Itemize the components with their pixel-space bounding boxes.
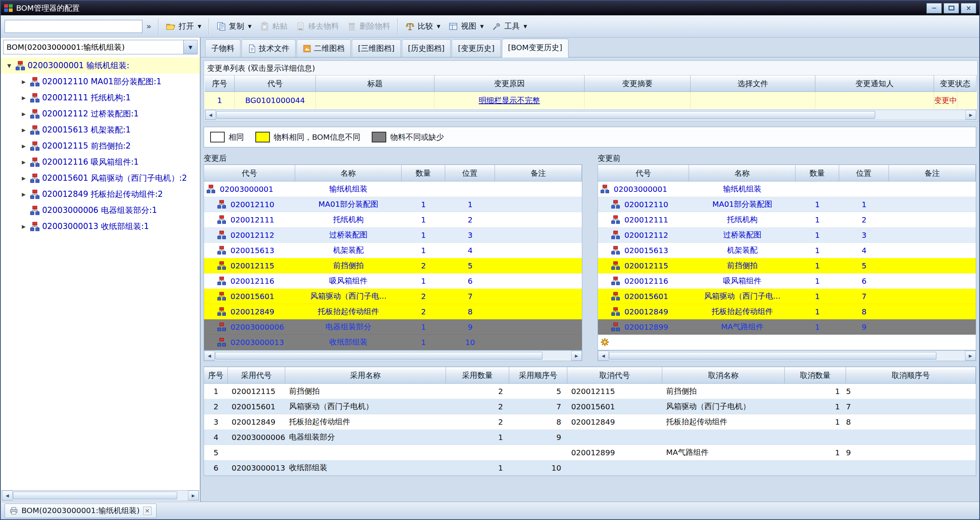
after-table-scrollbar[interactable]: ◀▶ xyxy=(204,350,582,361)
scrollbar-track[interactable] xyxy=(215,351,571,361)
bom-compare-row[interactable]: 02003000001输纸机组装 xyxy=(598,182,976,197)
column-header[interactable]: 代号 xyxy=(204,165,295,182)
column-header[interactable]: 备注 xyxy=(889,165,976,182)
toolbar-overflow-icon[interactable]: » xyxy=(146,21,151,31)
column-header[interactable]: 代号 xyxy=(598,165,689,182)
tree-item[interactable]: ▶020015613 机架装配:1 xyxy=(1,122,200,138)
column-header[interactable]: 代号 xyxy=(235,75,316,92)
column-header[interactable]: 采用名称 xyxy=(285,367,446,384)
column-header[interactable]: 取消数量 xyxy=(785,367,846,384)
detail-row[interactable]: 402003000006电器组装部分19 xyxy=(204,430,976,445)
scrollbar-thumb[interactable] xyxy=(609,352,936,360)
tree-item[interactable]: ▶020012116 吸风箱组件:1 xyxy=(1,154,200,170)
bom-compare-row[interactable]: 020015613机架装配14 xyxy=(598,243,976,258)
bom-compare-row[interactable]: 020012111托纸机构12 xyxy=(204,212,582,227)
column-header[interactable]: 名称 xyxy=(295,165,402,182)
bom-compare-row[interactable]: 020015613机架装配14 xyxy=(204,243,582,258)
minimize-button[interactable]: ─ xyxy=(926,3,942,13)
tree-collapsed-icon[interactable]: ▶ xyxy=(18,111,29,117)
tree-item[interactable]: ▶020012112 过桥装配图:1 xyxy=(1,106,200,122)
tab-历史图档[interactable]: [历史图档] xyxy=(402,39,451,57)
detail-row[interactable]: 3020012849托板抬起传动组件28020012849托板抬起传动组件18 xyxy=(204,414,976,430)
tools-button[interactable]: 工具▼ xyxy=(488,18,531,34)
scrollbar-thumb[interactable] xyxy=(215,352,542,360)
tree-item[interactable]: ▶02003000013 收纸部组装:1 xyxy=(1,218,200,234)
detail-row[interactable]: 602003000013收纸部组装110 xyxy=(204,460,976,476)
column-header[interactable]: 变更状态 xyxy=(934,75,977,92)
tree-item[interactable]: 02003000006 电器组装部分:1 xyxy=(1,202,200,218)
session-close-icon[interactable]: × xyxy=(143,507,152,515)
column-header[interactable]: 数量 xyxy=(795,165,839,182)
tree-item[interactable]: ▼02003000001 输纸机组装: xyxy=(1,57,200,74)
tree-collapsed-icon[interactable]: ▶ xyxy=(18,224,29,229)
scrollbar-track[interactable] xyxy=(609,351,965,361)
scroll-left-button[interactable]: ◀ xyxy=(598,351,609,361)
bom-compare-row[interactable]: 020012116吸风箱组件16 xyxy=(204,273,582,289)
close-button[interactable]: × xyxy=(961,3,976,13)
bom-compare-row[interactable]: 020012111托纸机构12 xyxy=(598,212,976,227)
tree-collapsed-icon[interactable]: ▶ xyxy=(18,191,29,197)
tree-item[interactable]: ▶020012849 托板抬起传动组件:2 xyxy=(1,186,200,202)
column-header[interactable]: 变更摘要 xyxy=(585,75,691,92)
column-header[interactable]: 采用数量 xyxy=(446,367,509,384)
scroll-left-button[interactable]: ◀ xyxy=(204,351,215,361)
column-header[interactable]: 变更原因 xyxy=(434,75,585,92)
tree-collapsed-icon[interactable]: ▶ xyxy=(18,143,29,149)
tab-变更历史[interactable]: [变更历史] xyxy=(452,39,501,57)
scroll-left-button[interactable]: ◀ xyxy=(205,110,216,120)
tab-子物料[interactable]: 子物料 xyxy=(205,39,240,57)
scrollbar-thumb[interactable] xyxy=(13,492,177,499)
column-header[interactable]: 名称 xyxy=(689,165,795,182)
bom-compare-row[interactable]: 020012115前挡侧拍15 xyxy=(598,258,976,273)
column-header[interactable]: 序号 xyxy=(205,75,235,92)
bom-compare-row[interactable]: 020012849托板抬起传动组件18 xyxy=(598,304,976,319)
cell[interactable]: 明细栏显示不完整 xyxy=(434,92,585,109)
tab-三维图档[interactable]: [三维图档] xyxy=(352,39,401,57)
bom-compare-row[interactable]: 020012849托板抬起传动组件28 xyxy=(204,304,582,319)
column-header[interactable]: 序号 xyxy=(204,367,228,384)
column-header[interactable]: 取消名称 xyxy=(662,367,785,384)
bom-compare-row[interactable]: 020012110MA01部分装配图11 xyxy=(204,197,582,212)
detail-row[interactable]: 2020015601风箱驱动（西门子电机）27020015601风箱驱动（西门子… xyxy=(204,399,976,414)
tree-collapsed-icon[interactable]: ▶ xyxy=(18,79,29,85)
tree-item[interactable]: ▶020015601 风箱驱动（西门子电机）:2 xyxy=(1,170,200,186)
column-header[interactable]: 变更通知人 xyxy=(815,75,934,92)
tree-horizontal-scrollbar[interactable]: ◀▶ xyxy=(2,490,199,501)
tab-技术文件[interactable]: 技术文件 xyxy=(242,39,296,57)
column-header[interactable]: 数量 xyxy=(402,165,445,182)
session-tab[interactable]: BOM(02003000001:输纸机组装) × xyxy=(5,504,157,518)
bom-compare-row[interactable]: 020012112过桥装配图13 xyxy=(598,227,976,243)
bom-compare-row[interactable]: 020012110MA01部分装配图11 xyxy=(598,197,976,212)
scroll-right-button[interactable]: ▶ xyxy=(571,351,582,361)
tree-item[interactable]: ▶020012115 前挡侧拍:2 xyxy=(1,138,200,154)
bom-compare-row[interactable]: 020012899MA气路组件19 xyxy=(598,319,976,335)
bom-compare-row[interactable] xyxy=(598,335,976,350)
bom-compare-row[interactable]: 020012112过桥装配图13 xyxy=(204,227,582,243)
detail-row[interactable]: 5020012899MA气路组件19 xyxy=(204,445,976,460)
bom-compare-row[interactable]: 02003000013收纸部组装110 xyxy=(204,335,582,350)
scroll-left-button[interactable]: ◀ xyxy=(2,491,13,500)
bom-selector-dropdown[interactable]: BOM(02003000001:输纸机组装) ▼ xyxy=(3,40,198,54)
maximize-button[interactable] xyxy=(944,3,959,13)
bom-compare-row[interactable]: 020012115前挡侧拍25 xyxy=(204,258,582,273)
tab-二维图档[interactable]: 二维图档 xyxy=(297,39,351,57)
view-button[interactable]: 视图▼ xyxy=(444,18,488,34)
column-header[interactable]: 位置 xyxy=(445,165,495,182)
changelist-horizontal-scrollbar[interactable]: ◀▶ xyxy=(205,110,977,120)
scroll-right-button[interactable]: ▶ xyxy=(188,491,199,500)
tree-expanded-icon[interactable]: ▼ xyxy=(4,63,15,69)
compare-button[interactable]: 比较▼ xyxy=(401,18,444,34)
column-header[interactable]: 采用代号 xyxy=(228,367,285,384)
scroll-right-button[interactable]: ▶ xyxy=(965,110,976,120)
tree-collapsed-icon[interactable]: ▶ xyxy=(18,175,29,181)
change-order-row[interactable]: 1BG0101000044明细栏显示不完整变更中 xyxy=(205,92,977,109)
column-header[interactable]: 选择文件 xyxy=(691,75,815,92)
bom-selector-arrow-button[interactable]: ▼ xyxy=(183,40,197,54)
column-header[interactable]: 备注 xyxy=(495,165,582,182)
copy-button[interactable]: 复制▼ xyxy=(212,18,256,34)
bom-compare-row[interactable]: 020015601风箱驱动（西门子电...27 xyxy=(204,289,582,304)
bom-compare-row[interactable]: 02003000006电器组装部分19 xyxy=(204,319,582,335)
column-header[interactable]: 取消代号 xyxy=(567,367,662,384)
tree-collapsed-icon[interactable]: ▶ xyxy=(18,127,29,133)
column-header[interactable]: 位置 xyxy=(839,165,889,182)
